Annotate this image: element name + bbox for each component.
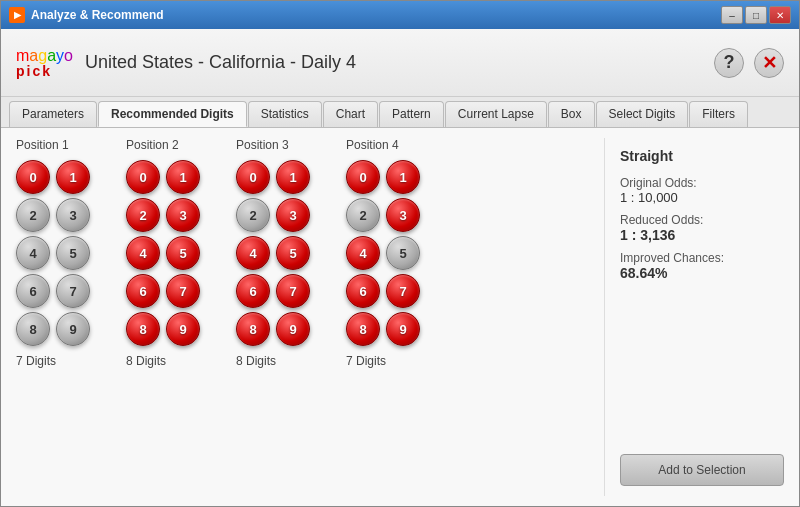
ball-p1-r4-b2[interactable]: 7: [56, 274, 90, 308]
ball-p3-r5-b1[interactable]: 8: [236, 312, 270, 346]
digit-count-4: 7 Digits: [346, 354, 436, 368]
digit-count-1: 7 Digits: [16, 354, 106, 368]
tab-current-lapse[interactable]: Current Lapse: [445, 101, 547, 127]
position-label-2: Position 2: [126, 138, 216, 152]
ball-p2-r5-b1[interactable]: 8: [126, 312, 160, 346]
position-label-3: Position 3: [236, 138, 326, 152]
position-label-4: Position 4: [346, 138, 436, 152]
close-button[interactable]: ✕: [769, 6, 791, 24]
digit-count-2: 8 Digits: [126, 354, 216, 368]
window-title: Analyze & Recommend: [31, 8, 164, 22]
ball-p4-r3-b1[interactable]: 4: [346, 236, 380, 270]
ball-row-p4-r5: 89: [346, 312, 436, 346]
ball-p2-r1-b2[interactable]: 1: [166, 160, 200, 194]
help-button[interactable]: ?: [714, 48, 744, 78]
logo: magayo pick: [16, 48, 73, 78]
ball-p3-r3-b1[interactable]: 4: [236, 236, 270, 270]
minimize-button[interactable]: –: [721, 6, 743, 24]
tab-statistics[interactable]: Statistics: [248, 101, 322, 127]
position-col-3: Position 301234567898 Digits: [236, 138, 326, 496]
ball-row-p3-r2: 23: [236, 198, 326, 232]
ball-p3-r1-b1[interactable]: 0: [236, 160, 270, 194]
ball-p2-r2-b1[interactable]: 2: [126, 198, 160, 232]
app-icon: ▶: [9, 7, 25, 23]
stats-panel: Straight Original Odds: 1 : 10,000 Reduc…: [604, 138, 784, 496]
ball-row-p4-r2: 23: [346, 198, 436, 232]
ball-p1-r1-b2[interactable]: 1: [56, 160, 90, 194]
ball-p3-r3-b2[interactable]: 5: [276, 236, 310, 270]
ball-row-p1-r2: 23: [16, 198, 106, 232]
original-odds-label: Original Odds:: [620, 176, 784, 190]
ball-p3-r5-b2[interactable]: 9: [276, 312, 310, 346]
game-title: United States - California - Daily 4: [85, 52, 356, 73]
ball-p3-r4-b2[interactable]: 7: [276, 274, 310, 308]
ball-row-p1-r3: 45: [16, 236, 106, 270]
logo-pick: pick: [16, 64, 73, 78]
add-to-selection-button[interactable]: Add to Selection: [620, 454, 784, 486]
digit-count-3: 8 Digits: [236, 354, 326, 368]
ball-p4-r5-b2[interactable]: 9: [386, 312, 420, 346]
original-odds-value: 1 : 10,000: [620, 190, 784, 205]
ball-p3-r4-b1[interactable]: 6: [236, 274, 270, 308]
ball-p2-r4-b1[interactable]: 6: [126, 274, 160, 308]
ball-row-p2-r3: 45: [126, 236, 216, 270]
tab-select-digits[interactable]: Select Digits: [596, 101, 689, 127]
ball-row-p3-r3: 45: [236, 236, 326, 270]
ball-p1-r2-b1[interactable]: 2: [16, 198, 50, 232]
ball-p1-r4-b1[interactable]: 6: [16, 274, 50, 308]
ball-p4-r4-b1[interactable]: 6: [346, 274, 380, 308]
ball-p3-r1-b2[interactable]: 1: [276, 160, 310, 194]
improved-chances-row: Improved Chances: 68.64%: [620, 251, 784, 281]
tab-pattern[interactable]: Pattern: [379, 101, 444, 127]
position-label-1: Position 1: [16, 138, 106, 152]
tab-box[interactable]: Box: [548, 101, 595, 127]
ball-p1-r5-b1[interactable]: 8: [16, 312, 50, 346]
ball-row-p4-r1: 01: [346, 160, 436, 194]
ball-p2-r4-b2[interactable]: 7: [166, 274, 200, 308]
tab-chart[interactable]: Chart: [323, 101, 378, 127]
ball-p4-r3-b2[interactable]: 5: [386, 236, 420, 270]
ball-p2-r5-b2[interactable]: 9: [166, 312, 200, 346]
logo-magayo: magayo: [16, 48, 73, 64]
header-right: ? ✕: [714, 48, 784, 78]
ball-p1-r2-b2[interactable]: 3: [56, 198, 90, 232]
tab-recommended-digits[interactable]: Recommended Digits: [98, 101, 247, 127]
main-window: ▶ Analyze & Recommend – □ ✕ magayo pick …: [0, 0, 800, 507]
ball-p4-r1-b2[interactable]: 1: [386, 160, 420, 194]
reduced-odds-label: Reduced Odds:: [620, 213, 784, 227]
ball-row-p2-r4: 67: [126, 274, 216, 308]
ball-p1-r5-b2[interactable]: 9: [56, 312, 90, 346]
ball-p2-r2-b2[interactable]: 3: [166, 198, 200, 232]
ball-p4-r1-b1[interactable]: 0: [346, 160, 380, 194]
ball-p4-r2-b2[interactable]: 3: [386, 198, 420, 232]
tab-parameters[interactable]: Parameters: [9, 101, 97, 127]
maximize-button[interactable]: □: [745, 6, 767, 24]
ball-p4-r5-b1[interactable]: 8: [346, 312, 380, 346]
ball-p2-r3-b1[interactable]: 4: [126, 236, 160, 270]
tabs-bar: Parameters Recommended Digits Statistics…: [1, 97, 799, 128]
ball-p1-r3-b1[interactable]: 4: [16, 236, 50, 270]
ball-p1-r1-b1[interactable]: 0: [16, 160, 50, 194]
ball-p2-r3-b2[interactable]: 5: [166, 236, 200, 270]
close-x-button[interactable]: ✕: [754, 48, 784, 78]
header: magayo pick United States - California -…: [1, 29, 799, 97]
title-bar: ▶ Analyze & Recommend – □ ✕: [1, 1, 799, 29]
ball-p4-r2-b1[interactable]: 2: [346, 198, 380, 232]
tab-filters[interactable]: Filters: [689, 101, 748, 127]
ball-p1-r3-b2[interactable]: 5: [56, 236, 90, 270]
ball-row-p1-r4: 67: [16, 274, 106, 308]
position-col-4: Position 401234567897 Digits: [346, 138, 436, 496]
content-area: Position 101234567897 DigitsPosition 201…: [1, 128, 799, 506]
ball-row-p1-r5: 89: [16, 312, 106, 346]
ball-row-p3-r5: 89: [236, 312, 326, 346]
ball-row-p2-r1: 01: [126, 160, 216, 194]
ball-row-p4-r4: 67: [346, 274, 436, 308]
original-odds-row: Original Odds: 1 : 10,000: [620, 176, 784, 205]
stats-section-title: Straight: [620, 148, 784, 164]
ball-p3-r2-b2[interactable]: 3: [276, 198, 310, 232]
ball-row-p4-r3: 45: [346, 236, 436, 270]
ball-row-p3-r4: 67: [236, 274, 326, 308]
ball-p3-r2-b1[interactable]: 2: [236, 198, 270, 232]
ball-p2-r1-b1[interactable]: 0: [126, 160, 160, 194]
ball-p4-r4-b2[interactable]: 7: [386, 274, 420, 308]
